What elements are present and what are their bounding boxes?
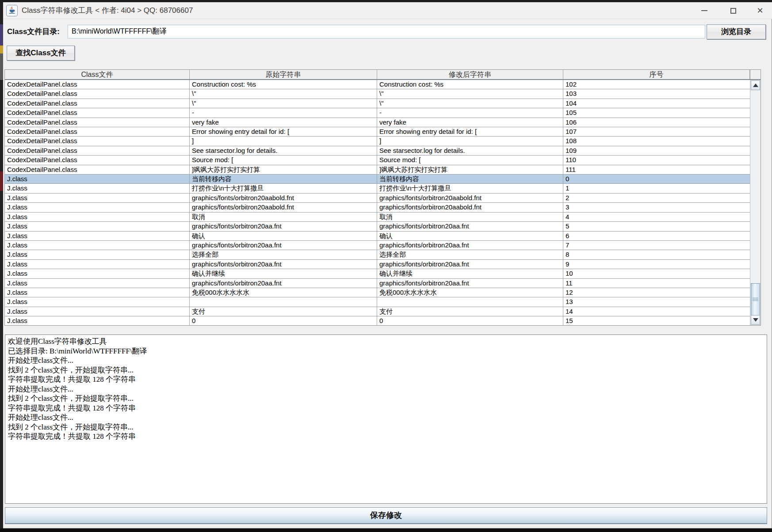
column-header-index[interactable]: 序号 bbox=[563, 70, 750, 79]
column-header-modified-string[interactable]: 修改后字符串 bbox=[377, 70, 563, 79]
table-row[interactable]: CodexDetailPanel.class--105 bbox=[5, 108, 750, 118]
table-cell-index: 107 bbox=[563, 127, 750, 136]
table-cell-original: very fake bbox=[190, 118, 377, 127]
table-cell-modified: \" bbox=[377, 99, 563, 108]
table-row[interactable]: J.classgraphics/fonts/orbitron20aa.fntgr… bbox=[5, 279, 750, 288]
table-row[interactable]: J.classgraphics/fonts/orbitron20aabold.f… bbox=[5, 194, 750, 203]
table-cell-file: CodexDetailPanel.class bbox=[5, 146, 190, 155]
class-dir-input[interactable] bbox=[68, 25, 705, 38]
table-cell-modified: 取消 bbox=[377, 213, 563, 221]
scroll-up-button[interactable] bbox=[751, 80, 760, 90]
table-row[interactable]: J.class确认并继续确认并继续10 bbox=[5, 269, 750, 278]
desktop-scrap bbox=[0, 53, 3, 80]
table-cell-modified: \" bbox=[377, 89, 563, 98]
table-cell-original: 当前转移内容 bbox=[190, 175, 377, 183]
table-row[interactable]: CodexDetailPanel.class\"\"103 bbox=[5, 89, 750, 99]
desktop-scrap bbox=[0, 171, 3, 191]
table-cell-file: CodexDetailPanel.class bbox=[5, 165, 190, 174]
table-cell-index: 110 bbox=[563, 156, 750, 164]
table-cell-index: 9 bbox=[563, 260, 750, 269]
table-cell-original: graphics/fonts/orbitron20aa.fnt bbox=[190, 222, 377, 231]
table-row[interactable]: CodexDetailPanel.classvery fakevery fake… bbox=[5, 118, 750, 127]
table-cell-file: J.class bbox=[5, 288, 190, 297]
table-cell-original: ]飒飒大苏打实打实打算 bbox=[190, 165, 377, 174]
table-row[interactable]: J.class打捞作业\n十大打算撒旦打捞作业\n十大打算撒旦1 bbox=[5, 184, 750, 193]
table-cell-modified: graphics/fonts/orbitron20aabold.fnt bbox=[377, 203, 563, 212]
table-cell-original: graphics/fonts/orbitron20aabold.fnt bbox=[190, 203, 377, 212]
log-line: 字符串提取完成！共提取 128 个字符串 bbox=[8, 403, 764, 413]
table-cell-file: J.class bbox=[5, 184, 190, 193]
table-cell-original: Error showing entry detail for id: [ bbox=[190, 127, 377, 136]
table-cell-original: graphics/fonts/orbitron20aa.fnt bbox=[190, 241, 377, 250]
table-row[interactable]: J.class当前转移内容当前转移内容0 bbox=[5, 175, 750, 184]
table-cell-index: 14 bbox=[563, 307, 750, 316]
table-cell-modified: See starsector.log for details. bbox=[377, 146, 563, 155]
vertical-scrollbar[interactable] bbox=[750, 80, 761, 325]
table-cell-modified: 当前转移内容 bbox=[377, 175, 563, 183]
minimize-icon bbox=[701, 10, 707, 11]
save-changes-button[interactable]: 保存修改 bbox=[5, 507, 767, 524]
close-icon: ✕ bbox=[757, 7, 763, 15]
table-cell-modified: graphics/fonts/orbitron20aa.fnt bbox=[377, 222, 563, 231]
log-line: 开始处理class文件... bbox=[8, 384, 764, 394]
log-line: 找到 2 个class文件，开始提取字符串... bbox=[8, 422, 764, 432]
table-cell-index: 1 bbox=[563, 184, 750, 193]
title-bar: Class字符串修改工具 < 作者: 4i04 > QQ: 68706607 ✕ bbox=[3, 2, 772, 19]
table-cell-index: 4 bbox=[563, 213, 750, 221]
find-class-button[interactable]: 查找Class文件 bbox=[7, 46, 75, 61]
close-button[interactable]: ✕ bbox=[750, 2, 770, 19]
scrollbar-thumb[interactable] bbox=[751, 283, 760, 315]
scroll-down-button[interactable] bbox=[751, 315, 760, 325]
table-cell-modified: Error showing entry detail for id: [ bbox=[377, 127, 563, 136]
table-cell-modified: graphics/fonts/orbitron20aa.fnt bbox=[377, 241, 563, 250]
desktop-bottom-strip bbox=[0, 528, 772, 532]
header-corner bbox=[750, 70, 761, 79]
table-row[interactable]: J.classgraphics/fonts/orbitron20aa.fntgr… bbox=[5, 241, 750, 250]
table-cell-modified: Construction cost: %s bbox=[377, 80, 563, 89]
table-cell-modified: graphics/fonts/orbitron20aabold.fnt bbox=[377, 194, 563, 202]
table-cell-file: J.class bbox=[5, 175, 190, 183]
table-cell-index: 0 bbox=[563, 175, 750, 183]
table-row[interactable]: J.classgraphics/fonts/orbitron20aa.fntgr… bbox=[5, 260, 750, 269]
table-cell-original bbox=[190, 297, 377, 306]
table-cell-index: 13 bbox=[563, 297, 750, 306]
table-cell-index: 12 bbox=[563, 288, 750, 297]
table-row[interactable]: CodexDetailPanel.class]]108 bbox=[5, 137, 750, 146]
table-cell-modified bbox=[377, 297, 563, 306]
table-cell-modified: 确认 bbox=[377, 232, 563, 240]
window-title: Class字符串修改工具 < 作者: 4i04 > QQ: 68706607 bbox=[22, 2, 193, 19]
table-row[interactable]: J.class免税000水水水水水免税000水水水水水12 bbox=[5, 288, 750, 297]
table-row[interactable]: CodexDetailPanel.classConstruction cost:… bbox=[5, 80, 750, 89]
table-row[interactable]: CodexDetailPanel.class\"\"104 bbox=[5, 99, 750, 108]
table-row[interactable]: J.class选择全部选择全部8 bbox=[5, 250, 750, 259]
table-cell-index: 108 bbox=[563, 137, 750, 145]
scroll-down-icon bbox=[753, 318, 758, 322]
table-row[interactable]: J.class0015 bbox=[5, 316, 750, 325]
browse-dir-button[interactable]: 浏览目录 bbox=[707, 24, 766, 39]
log-area[interactable]: 欢迎使用Class字符串修改工具已选择目录: B:\miniWorld\WTFF… bbox=[5, 334, 767, 504]
table-cell-original: \" bbox=[190, 99, 377, 108]
scrollbar-grip bbox=[753, 298, 758, 302]
table-row[interactable]: CodexDetailPanel.classSee starsector.log… bbox=[5, 146, 750, 156]
table-row[interactable]: J.classgraphics/fonts/orbitron20aa.fntgr… bbox=[5, 222, 750, 231]
table-row[interactable]: J.class13 bbox=[5, 297, 750, 307]
table-row[interactable]: CodexDetailPanel.classError showing entr… bbox=[5, 127, 750, 137]
table-cell-index: 3 bbox=[563, 203, 750, 212]
table-row[interactable]: J.class取消取消4 bbox=[5, 213, 750, 222]
column-header-original-string[interactable]: 原始字符串 bbox=[190, 70, 377, 79]
table-row[interactable]: J.classgraphics/fonts/orbitron20aabold.f… bbox=[5, 203, 750, 212]
column-header-class-file[interactable]: Class文件 bbox=[5, 70, 190, 79]
table-cell-index: 10 bbox=[563, 269, 750, 278]
table-cell-modified: 支付 bbox=[377, 307, 563, 316]
table-row[interactable]: CodexDetailPanel.class]飒飒大苏打实打实打算]飒飒大苏打实… bbox=[5, 165, 750, 175]
table-row[interactable]: J.class支付支付14 bbox=[5, 307, 750, 316]
log-line: 找到 2 个class文件，开始提取字符串... bbox=[8, 394, 764, 403]
table-cell-index: 11 bbox=[563, 279, 750, 288]
minimize-button[interactable] bbox=[694, 2, 715, 19]
table-cell-modified: 选择全部 bbox=[377, 250, 563, 259]
table-cell-original: 打捞作业\n十大打算撒旦 bbox=[190, 184, 377, 193]
table-cell-modified: 确认并继续 bbox=[377, 269, 563, 278]
table-row[interactable]: CodexDetailPanel.classSource mod: [Sourc… bbox=[5, 156, 750, 165]
table-row[interactable]: J.class确认确认6 bbox=[5, 232, 750, 241]
maximize-button[interactable] bbox=[723, 2, 743, 19]
